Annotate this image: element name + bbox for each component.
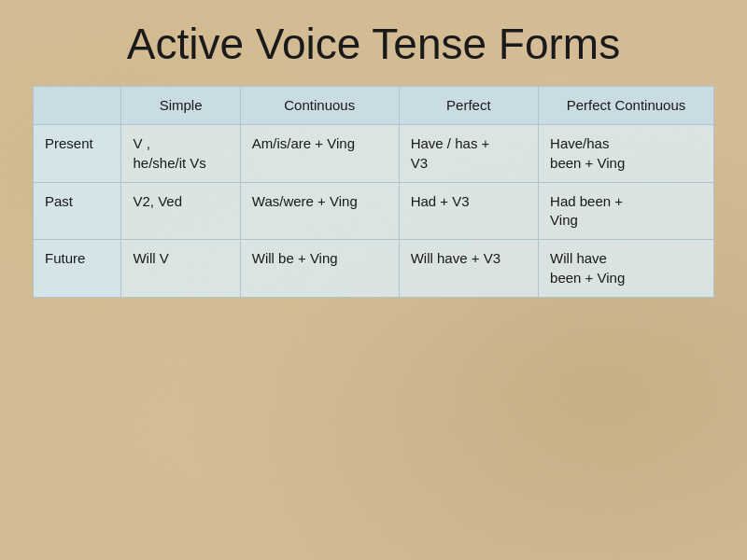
header-empty [34,87,121,125]
cell-past-simple: V2, Ved [121,182,240,240]
cell-present-perfect-continuous: Have/hasbeen + Ving [539,125,714,183]
cell-past-perfect: Had + V3 [399,182,538,240]
header-continuous: Continuous [240,87,399,125]
row-label-past: Past [34,182,121,240]
page: Active Voice Tense Forms Simple Continuo… [0,0,747,560]
table-row: Past V2, Ved Was/were + Ving Had + V3 Ha… [34,182,714,240]
header-simple: Simple [121,87,240,125]
cell-past-perfect-continuous: Had been +Ving [539,182,714,240]
page-title: Active Voice Tense Forms [33,19,714,69]
cell-future-continuous: Will be + Ving [240,240,399,298]
row-label-present: Present [34,125,121,183]
header-row: Simple Continuous Perfect Perfect Contin… [34,87,714,125]
cell-present-simple: V ,he/she/it Vs [121,125,240,183]
cell-future-simple: Will V [121,240,240,298]
header-perfect-continuous: Perfect Continuous [539,87,714,125]
cell-past-continuous: Was/were + Ving [240,182,399,240]
cell-present-continuous: Am/is/are + Ving [240,125,399,183]
cell-present-perfect: Have / has +V3 [399,125,538,183]
header-perfect: Perfect [399,87,538,125]
table-row: Future Will V Will be + Ving Will have +… [34,240,714,298]
cell-future-perfect-continuous: Will havebeen + Ving [539,240,714,298]
tense-table: Simple Continuous Perfect Perfect Contin… [33,86,714,298]
cell-future-perfect: Will have + V3 [399,240,538,298]
table-row: Present V ,he/she/it Vs Am/is/are + Ving… [34,125,714,183]
row-label-future: Future [34,240,121,298]
table-wrapper: Simple Continuous Perfect Perfect Contin… [33,86,714,298]
